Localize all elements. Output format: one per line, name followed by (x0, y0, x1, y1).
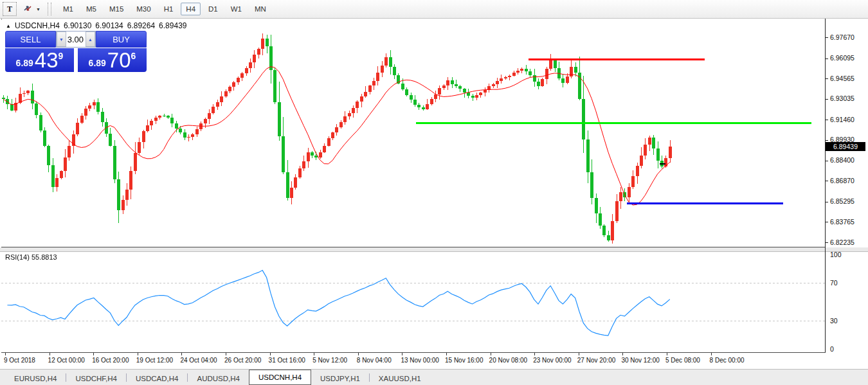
time-tick (402, 353, 402, 355)
volume-increase-button[interactable]: ▲ (86, 31, 95, 47)
price-axis-label: 6.94565 (830, 75, 854, 82)
chart-tab-usdjpy[interactable]: USDJPY,H1 (311, 372, 369, 385)
price-axis-label: 6.88400 (830, 156, 854, 164)
price-axis-label: 6.96095 (830, 54, 854, 62)
time-tick (93, 353, 94, 355)
time-axis-label: 24 Oct 04:00 (180, 357, 217, 364)
price-tick (826, 242, 828, 243)
time-axis-label: 23 Nov 00:00 (533, 357, 572, 364)
price-tick (826, 78, 828, 79)
time-tick (270, 353, 271, 355)
time-axis-label: 12 Oct 00:00 (48, 357, 85, 364)
chart-tab-xauusd[interactable]: XAUUSD,H1 (370, 372, 430, 385)
price-tick (826, 202, 828, 202)
price-tick (826, 37, 828, 38)
rsi-axis-label: 30 (830, 317, 838, 325)
price-tick (826, 99, 828, 100)
time-axis-label: 30 Nov 12:00 (621, 357, 660, 364)
timeframe-button-h1[interactable]: H1 (159, 3, 179, 15)
time-tick (314, 353, 314, 355)
volume-value[interactable]: 3.00 (66, 31, 86, 47)
time-tick (667, 353, 667, 355)
time-axis-label: 13 Nov 00:00 (401, 357, 439, 364)
time-tick (622, 353, 623, 355)
mt4-window: T ▼ M1M5M15M30H1H4D1W1MN ▲ USDCNH,H4 6.9… (0, 0, 868, 385)
sell-button[interactable]: SELL (5, 31, 56, 48)
timeframe-button-m1[interactable]: M1 (58, 3, 78, 15)
time-tick (711, 353, 712, 355)
buy-button[interactable]: BUY (96, 31, 147, 48)
rsi-axis-label: 70 (830, 279, 838, 287)
top-toolbar: T ▼ M1M5M15M30H1H4D1W1MN (0, 0, 868, 19)
timeframe-button-h4[interactable]: H4 (181, 3, 201, 15)
chart-tab-audusd[interactable]: AUDUSD,H4 (188, 372, 248, 385)
timeframe-button-m15[interactable]: M15 (104, 3, 129, 15)
rsi-indicator-label: RSI(14) 55.8813 (5, 253, 57, 261)
timeframe-button-d1[interactable]: D1 (203, 3, 223, 15)
ohlc-close: 6.89439 (159, 21, 186, 30)
chart-tab-eurusd[interactable]: EURUSD,H4 (5, 372, 66, 385)
time-tick (358, 353, 359, 355)
time-axis-label: 19 Oct 12:00 (136, 357, 173, 364)
timeframe-button-w1[interactable]: W1 (226, 3, 247, 15)
arrows-icon (23, 4, 33, 15)
price-tick (826, 140, 828, 141)
time-tick (138, 353, 138, 355)
price-axis-label: 6.82235 (830, 238, 854, 246)
chart-symbol: USDCNH,H4 (15, 21, 60, 30)
price-axis-label: 6.85295 (830, 197, 854, 205)
current-price-badge: 6.89439 (826, 142, 865, 151)
collapse-panel-icon[interactable]: ▲ (6, 23, 11, 29)
rsi-axis-label: 100 (830, 251, 842, 258)
bid-prefix: 6.89 (16, 58, 33, 68)
price-tick (826, 181, 828, 181)
ask-price-panel[interactable]: 6.89 70 6 (78, 48, 147, 72)
price-tick (826, 161, 828, 161)
chart-tab-usdchf[interactable]: USDCHF,H4 (66, 372, 126, 385)
time-axis-label: 15 Nov 16:00 (445, 357, 484, 364)
time-axis-label: 8 Dec 00:00 (710, 357, 745, 364)
time-axis-label: 8 Nov 04:00 (357, 357, 392, 364)
time-axis-label: 5 Dec 08:00 (665, 357, 700, 364)
price-axis-label: 6.93035 (830, 94, 854, 102)
time-axis-label: 9 Oct 2018 (4, 357, 35, 364)
text-tool-button[interactable]: T (3, 2, 17, 16)
ohlc-high: 6.90134 (95, 21, 123, 30)
time-tick (446, 353, 447, 355)
time-tick (579, 353, 579, 355)
ask-prefix: 6.89 (89, 58, 106, 68)
price-tick (826, 222, 828, 222)
price-axis-line (825, 19, 826, 352)
bid-price-panel[interactable]: 6.89 43 9 (5, 48, 74, 72)
rsi-chart-canvas[interactable] (1, 252, 825, 352)
chart-tab-bar: EURUSD,H4USDCHF,H4USDCAD,H4AUDUSD,H4USDC… (0, 369, 868, 385)
chart-tab-usdcnh[interactable]: USDCNH,H4 (249, 370, 311, 385)
time-axis-label: 5 Nov 12:00 (312, 357, 347, 364)
ohlc-open: 6.90130 (64, 21, 91, 30)
chart-tab-usdcad[interactable]: USDCAD,H4 (127, 372, 187, 385)
toolbar-grip (48, 3, 51, 15)
volume-decrease-button[interactable]: ▼ (57, 31, 66, 47)
time-tick (181, 353, 182, 355)
timeframe-bar: M1M5M15M30H1H4D1W1MN (57, 3, 273, 15)
timeframe-button-m5[interactable]: M5 (81, 3, 102, 15)
time-axis-label: 16 Oct 20:00 (92, 357, 129, 364)
price-tick (826, 58, 828, 59)
chart-title: ▲ USDCNH,H4 6.90130 6.90134 6.89264 6.89… (6, 21, 187, 30)
arrows-tool-button[interactable]: ▼ (23, 3, 41, 15)
price-axis-label: 6.91460 (830, 116, 854, 123)
time-axis-label: 31 Oct 16:00 (269, 357, 305, 364)
time-tick (491, 353, 491, 355)
time-tick (50, 353, 50, 355)
pane-splitter[interactable] (0, 247, 868, 252)
time-axis-label: 27 Nov 20:00 (577, 357, 616, 364)
rsi-axis-label: 0 (830, 345, 834, 353)
bid-big: 43 (35, 51, 59, 70)
price-axis-label: 6.83765 (830, 218, 854, 226)
price-axis-label: 6.97670 (830, 33, 854, 41)
time-tick (534, 353, 535, 355)
timeframe-button-m30[interactable]: M30 (131, 3, 156, 15)
timeframe-button-mn[interactable]: MN (249, 3, 271, 15)
time-tick (226, 353, 226, 355)
time-axis-label: 26 Oct 20:00 (224, 357, 261, 364)
